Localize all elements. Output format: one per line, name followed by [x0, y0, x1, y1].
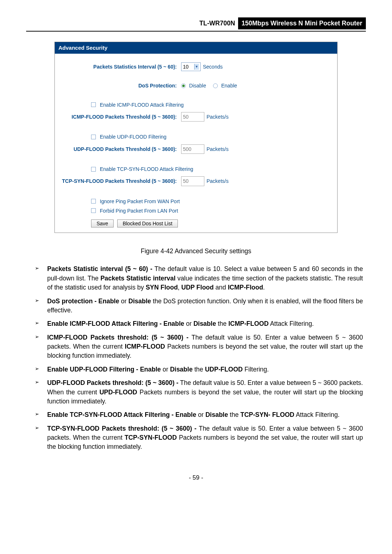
- panel-title: Advanced Security: [55, 42, 337, 54]
- list-item: Enable ICMP-FLOOD Attack Filtering - Ena…: [35, 319, 363, 328]
- list-item: ICMP-FLOOD Packets threshold: (5 ~ 3600)…: [35, 333, 363, 361]
- body-text: Attack Filtering.: [269, 320, 314, 327]
- icmp-flood-chk-label: Enable ICMP-FLOOD Attack Filtering: [100, 101, 184, 108]
- ignore-wan-ping-checkbox[interactable]: [91, 199, 96, 204]
- bold-text: ICMP-FLOOD: [228, 320, 269, 327]
- tcp-thresh-label: TCP-SYN-FLOOD Packets Threshold (5 ~ 360…: [61, 177, 181, 185]
- bold-text: Packets Statistic interval (5 ~ 60) -: [47, 265, 152, 272]
- bold-text: TCP-SYN-FLOOD Packets threshold: (5 ~ 36…: [47, 425, 196, 432]
- list-item: Enable TCP-SYN-FLOOD Attack Filtering - …: [35, 410, 363, 419]
- body-text: or: [119, 297, 128, 305]
- body-text: or: [161, 366, 170, 373]
- bold-text: Disable: [193, 320, 216, 327]
- bold-text: ICMP-FLOOD: [125, 343, 165, 350]
- ignore-wan-ping-label: Ignore Ping Packet From WAN Port: [100, 198, 180, 205]
- header-divider: [26, 31, 366, 32]
- body-text: the: [216, 320, 228, 327]
- dos-disable-radio[interactable]: [181, 83, 186, 88]
- udp-thresh-input[interactable]: 500: [181, 144, 204, 154]
- tcp-syn-flood-chk-label: Enable TCP-SYN-FLOOD Attack Filtering: [100, 165, 193, 173]
- dos-label: DoS Protection:: [61, 82, 181, 89]
- list-item: Enable UDP-FLOOD Filtering - Enable or D…: [35, 365, 363, 374]
- description-list: Packets Statistic interval (5 ~ 60) - Th…: [26, 264, 366, 451]
- bold-text: Packets Statistic interval: [101, 275, 176, 282]
- bold-text: Enable UDP-FLOOD Filtering - Enable: [47, 366, 161, 373]
- list-item: DoS protection - Enable or Disable the D…: [35, 297, 363, 315]
- interval-value: 10: [183, 63, 189, 70]
- page-number: - 59 -: [26, 473, 366, 483]
- bold-text: ICMP-Flood: [228, 284, 263, 291]
- body-text: the: [228, 411, 240, 418]
- body-text: or: [184, 320, 193, 327]
- body-text: or: [196, 411, 205, 418]
- tcp-unit: Packets/s: [207, 177, 229, 185]
- udp-unit: Packets/s: [207, 145, 229, 153]
- forbid-lan-ping-label: Forbid Ping Packet From LAN Port: [100, 207, 178, 214]
- page-header: TL-WR700N 150Mbps Wireless N Mini Pocket…: [26, 17, 366, 29]
- bold-text: ICMP-FLOOD Packets threshold: (5 ~ 3600)…: [47, 334, 188, 341]
- bold-text: UDP Flood: [181, 284, 214, 291]
- udp-flood-chk-label: Enable UDP-FLOOD Filtering: [100, 133, 167, 140]
- header-product: 150Mbps Wireless N Mini Pocket Router: [238, 17, 366, 29]
- bold-text: UPD-FLOOD: [99, 389, 137, 396]
- icmp-thresh-label: ICMP-FLOOD Packets Threshold (5 ~ 3600):: [61, 113, 181, 120]
- tcp-syn-flood-checkbox[interactable]: [91, 167, 96, 172]
- bold-text: Disable: [205, 411, 228, 418]
- bold-text: UDP-FLOOD Packets threshold: (5 ~ 3600) …: [47, 379, 179, 386]
- list-item: UDP-FLOOD Packets threshold: (5 ~ 3600) …: [35, 378, 363, 406]
- udp-flood-checkbox[interactable]: [91, 135, 96, 139]
- icmp-unit: Packets/s: [207, 113, 229, 120]
- forbid-lan-ping-checkbox[interactable]: [91, 208, 96, 213]
- dos-enable-text: Enable: [221, 82, 237, 89]
- body-text: the: [193, 366, 205, 373]
- icmp-flood-checkbox[interactable]: [91, 102, 96, 107]
- icmp-thresh-input[interactable]: 50: [181, 112, 204, 122]
- list-item: Packets Statistic interval (5 ~ 60) - Th…: [35, 264, 363, 292]
- save-button[interactable]: Save: [91, 219, 114, 227]
- body-text: Filtering.: [243, 366, 269, 373]
- interval-select[interactable]: 10 ▾: [181, 62, 201, 71]
- bold-text: Enable TCP-SYN-FLOOD Attack Filtering - …: [47, 411, 196, 418]
- bold-text: SYN Flood: [146, 284, 177, 291]
- figure-caption: Figure 4-42 Advanced Security settings: [26, 247, 366, 256]
- chevron-down-icon: ▾: [194, 64, 199, 70]
- body-text: .: [263, 284, 265, 291]
- header-model: TL-WR700N: [26, 17, 238, 29]
- blocked-dos-host-list-button[interactable]: Blocked Dos Host List: [117, 219, 178, 227]
- bold-text: UDP-FLOOD: [205, 366, 243, 373]
- interval-unit: Seconds: [203, 63, 222, 70]
- bold-text: TCP-SYN-FLOOD: [124, 434, 177, 441]
- dos-enable-radio[interactable]: [213, 83, 218, 88]
- tcp-thresh-input[interactable]: 50: [181, 176, 204, 186]
- bold-text: DoS protection - Enable: [47, 297, 119, 305]
- list-item: TCP-SYN-FLOOD Packets threshold: (5 ~ 36…: [35, 424, 363, 452]
- interval-label: Packets Statistics Interval (5 ~ 60):: [61, 63, 181, 70]
- bold-text: Disable: [170, 366, 192, 373]
- dos-disable-text: Disable: [189, 82, 206, 89]
- body-text: ,: [178, 284, 181, 291]
- body-text: and: [214, 284, 228, 291]
- bold-text: Disable: [128, 297, 151, 305]
- body-text: Attack Filtering.: [294, 411, 340, 418]
- advanced-security-panel: Advanced Security Packets Statistics Int…: [54, 42, 338, 233]
- bold-text: Enable ICMP-FLOOD Attack Filtering - Ena…: [47, 320, 184, 327]
- udp-thresh-label: UDP-FLOOD Packets Threshold (5 ~ 3600):: [61, 145, 181, 153]
- bold-text: TCP-SYN- FLOOD: [240, 411, 294, 418]
